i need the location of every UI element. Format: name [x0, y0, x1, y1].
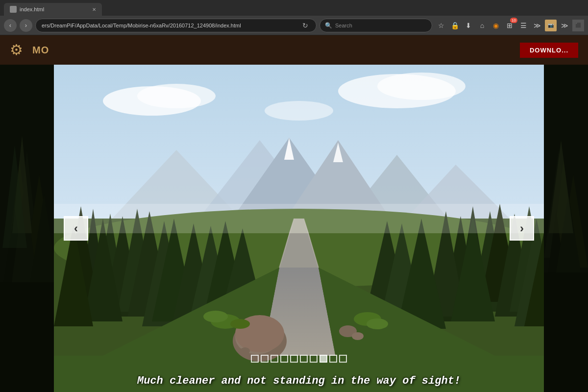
next-arrow-icon: ›	[520, 221, 524, 235]
svg-point-20	[137, 84, 216, 108]
indicator-5[interactable]	[290, 355, 298, 363]
next-slide-button[interactable]: ›	[510, 216, 534, 241]
address-bar[interactable]: ers/DreamPiF/AppData/Local/Temp/Mobirise…	[35, 19, 317, 32]
svg-point-76	[352, 332, 364, 340]
app-gear-icon: ⚙	[10, 41, 27, 59]
shield-icon[interactable]: 🔒	[449, 20, 461, 31]
indicator-8[interactable]	[319, 355, 327, 363]
svg-rect-7	[0, 282, 54, 392]
indicator-9[interactable]	[329, 355, 337, 363]
svg-point-79	[203, 311, 228, 322]
back-button[interactable]: ‹	[4, 19, 17, 32]
address-text: ers/DreamPiF/AppData/Local/Temp/Mobirise…	[42, 23, 297, 28]
svg-rect-83	[54, 204, 544, 233]
tab-title: index.html	[20, 6, 44, 12]
reload-button[interactable]: ↻	[300, 21, 310, 30]
page-content: ⚙ MO DOWNLO...	[0, 35, 588, 392]
app-header: ⚙ MO DOWNLO...	[0, 35, 588, 65]
svg-rect-16	[544, 272, 588, 392]
slider-container: ‹ › Much cleaner and not standing in	[54, 65, 544, 392]
screenshot-icon[interactable]: 📷	[545, 20, 557, 31]
svg-point-23	[265, 101, 333, 121]
overflow-icon[interactable]: ≫	[531, 20, 543, 31]
toolbar-end-icon[interactable]: ⬛	[572, 20, 584, 31]
notification-badge: 10	[510, 18, 517, 23]
indicator-10[interactable]	[339, 355, 347, 363]
indicator-7[interactable]	[310, 355, 318, 363]
svg-point-22	[377, 73, 466, 100]
indicator-4[interactable]	[280, 355, 288, 363]
indicator-1[interactable]	[251, 355, 259, 363]
search-icon: 🔍	[325, 22, 332, 29]
nav-bar: ‹ › ers/DreamPiF/AppData/Local/Temp/Mobi…	[0, 16, 588, 35]
nav-icons: ☆ 🔒 ⬇ ⌂ ◉ ⊞ 10 ☰ ≫ 📷 ≫ ⬛	[435, 20, 584, 31]
indicator-6[interactable]	[300, 355, 308, 363]
forward-button[interactable]: ›	[20, 19, 32, 32]
prev-slide-button[interactable]: ‹	[64, 216, 88, 241]
prev-arrow-icon: ‹	[74, 221, 78, 235]
slide-caption: Much cleaner and not standing in the way…	[54, 375, 544, 387]
tab-close-btn[interactable]: ✕	[92, 7, 96, 12]
indicator-2[interactable]	[261, 355, 269, 363]
browser-chrome: index.html ✕ ‹ › ers/DreamPiF/AppData/Lo…	[0, 0, 588, 35]
extra-icon[interactable]: ≫	[559, 20, 570, 31]
right-sidebar	[544, 65, 588, 392]
download-button[interactable]: DOWNLO...	[520, 43, 578, 58]
download-nav-icon[interactable]: ⬇	[463, 20, 474, 31]
scene-illustration	[54, 65, 544, 392]
menu-icon[interactable]: ☰	[517, 20, 529, 31]
extensions-icon[interactable]: ⊞ 10	[504, 20, 515, 31]
browser-tab[interactable]: index.html ✕	[4, 3, 102, 16]
right-sidebar-image	[544, 65, 588, 392]
app-title: MO	[32, 45, 49, 56]
app-logo: ⚙ MO	[10, 41, 49, 59]
svg-point-80	[230, 319, 250, 329]
firefox-icon[interactable]: ◉	[490, 20, 502, 31]
left-sidebar	[0, 65, 54, 392]
slide-indicators	[251, 355, 347, 363]
tab-favicon	[10, 6, 17, 13]
left-sidebar-image	[0, 65, 54, 392]
search-placeholder: Search	[335, 23, 352, 28]
indicator-3[interactable]	[270, 355, 278, 363]
bookmark-icon[interactable]: ☆	[435, 20, 447, 31]
search-bar[interactable]: 🔍 Search	[319, 19, 432, 32]
slider-image: ‹ › Much cleaner and not standing in	[54, 65, 544, 392]
tab-bar: index.html ✕	[0, 0, 588, 16]
svg-point-82	[367, 318, 388, 329]
svg-point-77	[240, 347, 250, 354]
home-icon[interactable]: ⌂	[476, 20, 488, 31]
